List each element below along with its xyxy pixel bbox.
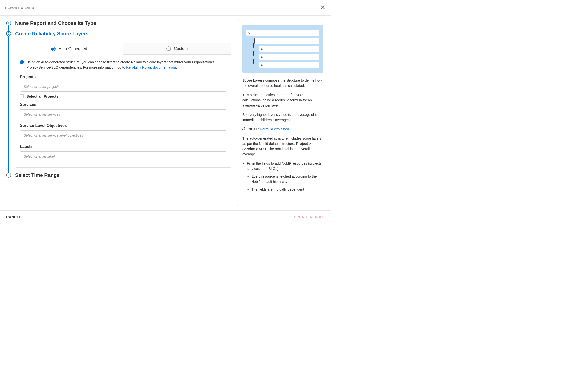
list-item: Fill in the fields to add Nobl9 resource… [247, 161, 323, 192]
svg-point-1 [258, 41, 258, 41]
layer-illustration [242, 25, 323, 73]
note-row: i NOTE: Formula explained [242, 127, 323, 132]
cancel-button[interactable]: CANCEL [6, 215, 22, 219]
info-icon: i [20, 60, 24, 64]
services-input[interactable] [20, 110, 226, 120]
create-report-button[interactable]: CREATE REPORT [294, 215, 325, 219]
modal-header: REPORT WIZARD [0, 0, 331, 16]
projects-input[interactable] [20, 82, 226, 92]
side-p3: So every higher layer's value is the ave… [242, 112, 323, 123]
side-p1: Score Layers compose the structure to de… [242, 78, 323, 88]
modal-title: REPORT WIZARD [5, 6, 34, 10]
svg-point-3 [262, 49, 262, 49]
step-1-title: Name Report and Choose its Type [15, 20, 231, 26]
tab-auto-generated[interactable]: Auto-Generated [16, 43, 124, 55]
tab-custom[interactable]: Custom [124, 43, 231, 55]
note-icon: i [242, 128, 246, 132]
tab-auto-label: Auto-Generated [59, 47, 87, 51]
slo-input[interactable] [20, 130, 226, 140]
labels-input[interactable] [20, 152, 226, 162]
services-label: Services [20, 102, 226, 107]
report-wizard-modal: REPORT WIZARD 1 Name Report and Choose i… [0, 0, 332, 224]
radio-custom-icon [166, 46, 171, 51]
side-p4: The auto-generated structure includes sc… [242, 136, 323, 157]
step-2: 2 Create Reliability Score Layers Auto-G… [6, 31, 231, 173]
step-2-circle: 2 [6, 31, 11, 36]
close-button[interactable] [320, 4, 326, 12]
list-item: Every resource is fetched according to t… [252, 174, 323, 184]
main-panel: 1 Name Report and Choose its Type 2 Crea… [0, 16, 237, 210]
svg-point-7 [262, 65, 262, 65]
svg-point-5 [262, 57, 262, 57]
tab-custom-label: Custom [174, 46, 188, 51]
radio-auto-icon [51, 47, 56, 51]
select-all-projects-label: Select all Projects [26, 94, 58, 98]
close-icon [321, 5, 325, 10]
select-all-projects-checkbox[interactable] [20, 94, 24, 98]
help-panel[interactable]: Score Layers compose the structure to de… [237, 20, 328, 206]
step-3-circle: 3 [6, 173, 11, 178]
step-2-title: Create Reliability Score Layers [15, 31, 231, 37]
step-3[interactable]: 3 Select Time Range [6, 173, 231, 183]
slo-label: Service Level Objectives [20, 124, 226, 128]
modal-footer: CANCEL CREATE REPORT [0, 210, 331, 224]
step-1[interactable]: 1 Name Report and Choose its Type [6, 21, 231, 31]
step-1-circle: 1 [6, 21, 11, 26]
doc-link[interactable]: Reliability Rollup documentation [126, 66, 176, 70]
info-text: Using an Auto-generated structure, you c… [26, 60, 226, 70]
step-3-title: Select Time Range [15, 172, 231, 178]
side-p2: This structure settles the order for SLO… [242, 92, 323, 108]
layer-tabs: Auto-Generated Custom i [15, 43, 231, 168]
svg-point-0 [248, 32, 250, 33]
labels-label: Labels [20, 144, 226, 149]
projects-label: Projects [20, 75, 226, 79]
list-item: The fields are mutually dependent [252, 187, 323, 192]
formula-link[interactable]: Formula explained [260, 127, 289, 131]
side-list: Fill in the fields to add Nobl9 resource… [242, 161, 323, 192]
